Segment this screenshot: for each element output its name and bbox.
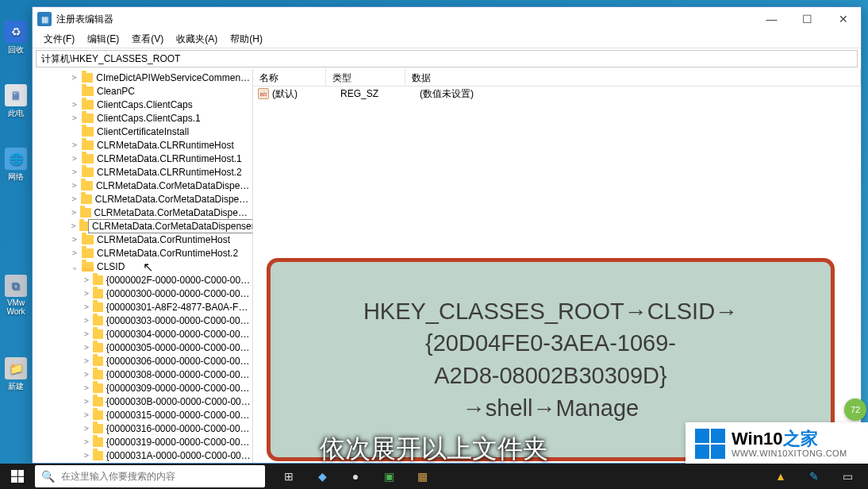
tree-item[interactable]: >ClientCaps.ClientCaps	[34, 98, 252, 111]
folder-icon	[93, 356, 103, 366]
tree-item[interactable]: >{00000305-0000-0000-C000-000000000	[34, 341, 252, 354]
tree-item[interactable]: >{00000306-0000-0000-C000-000000000	[34, 354, 252, 368]
tree-item-label: {00000309-0000-0000-C000-000000000	[106, 383, 252, 394]
tree-item[interactable]: >CLRMetaData.CorRuntimeHost.2	[34, 246, 252, 260]
close-button[interactable]: ✕	[825, 7, 861, 31]
tree-item-label: CLSID	[97, 261, 125, 272]
task-view-button[interactable]: ⊞	[273, 464, 305, 489]
folder-icon	[93, 289, 103, 298]
tree-item[interactable]: >ClientCaps.ClientCaps.1	[34, 111, 252, 125]
tree-item[interactable]: >CLRMetaData.CorRuntimeHost	[34, 233, 252, 246]
expand-icon[interactable]: >	[82, 343, 91, 352]
tray-icon[interactable]: ▲	[765, 464, 797, 489]
tree-item[interactable]: >{0000002F-0000-0000-C000-000000000	[34, 273, 252, 287]
mouse-cursor: ↖	[143, 260, 153, 275]
desktop-icon-label: 回收	[8, 45, 24, 54]
expand-icon[interactable]: >	[69, 221, 78, 230]
expand-icon[interactable]: >	[69, 208, 79, 217]
desktop-icon-label: VMw Work	[6, 298, 25, 316]
desktop-icon-vmware[interactable]: ⧉VMw Work	[4, 275, 28, 316]
expand-icon[interactable]: >	[82, 275, 91, 284]
tree-item[interactable]: >{00000300-0000-0000-C000-000000000	[34, 287, 252, 300]
taskbar-search[interactable]: 🔍	[35, 465, 265, 487]
folder-icon	[93, 397, 103, 406]
tree-item[interactable]: >CLRMetaData.CorMetaDataDispenser	[34, 179, 252, 192]
tree-item-label: {00000305-0000-0000-C000-000000000	[106, 342, 252, 353]
search-input[interactable]	[61, 471, 259, 482]
expand-icon[interactable]: >	[69, 100, 80, 109]
column-type[interactable]: 类型	[326, 69, 405, 86]
tree-item[interactable]: >CLRMetaData.CorMetaDataDispenser.2	[34, 192, 252, 206]
maximize-button[interactable]: ☐	[789, 7, 825, 31]
expand-icon[interactable]: >	[82, 329, 91, 338]
tree-item[interactable]: >{00000301-A8F2-4877-BA0A-FD2B6645	[34, 300, 252, 314]
expand-icon[interactable]: >	[82, 383, 91, 392]
tree-item-label: CleanPC	[97, 86, 135, 97]
tree-item[interactable]: >{00000304-0000-0000-C000-000000000	[34, 327, 252, 341]
taskbar-app[interactable]: ◆	[306, 464, 338, 489]
menu-favorites[interactable]: 收藏夹(A)	[171, 31, 222, 48]
expand-icon[interactable]: >	[69, 235, 80, 244]
taskbar-app[interactable]: ▦	[406, 464, 438, 489]
overlay-line: A2D8-08002B30309D}	[434, 360, 666, 392]
tree-item[interactable]: >CLRMetaData.CLRRuntimeHost.2	[34, 165, 252, 179]
menu-view[interactable]: 查看(V)	[127, 31, 168, 48]
tree-item[interactable]: >CLRMetaData.CorMetaDataDispenserRuntime…	[34, 219, 252, 233]
taskbar-app[interactable]: ●	[340, 464, 371, 489]
desktop-icon-this-pc[interactable]: 🖥此电	[4, 84, 28, 119]
address-bar[interactable]: 计算机\HKEY_CLASSES_ROOT	[36, 50, 858, 67]
expand-icon[interactable]: >	[69, 181, 79, 190]
taskbar-app[interactable]: ▣	[373, 464, 405, 489]
registry-value-row[interactable]: ab (默认) REG_SZ (数值未设置)	[253, 87, 861, 101]
tree-item[interactable]: ClientCertificateInstall	[34, 125, 252, 138]
desktop-icon-newfolder[interactable]: 📁新建	[4, 357, 28, 392]
tree-item[interactable]: >{00000315-0000-0000-C000-000000000	[34, 408, 252, 422]
tree-item[interactable]: >CLRMetaData.CLRRuntimeHost.1	[34, 152, 252, 165]
tree-item[interactable]: >{00000308-0000-0000-C000-000000000	[34, 368, 252, 381]
expand-icon[interactable]: >	[82, 397, 91, 406]
tree-item[interactable]: >CLRMetaData.CLRRuntimeHost	[34, 138, 252, 152]
expand-icon[interactable]: >	[69, 114, 80, 122]
tree-item[interactable]: CleanPC	[34, 84, 252, 98]
tree-item[interactable]: >CImeDictAPIWebServiceComment.15	[34, 71, 252, 84]
tree-item[interactable]: >CLRMetaData.CorMetaDataDispenserRun	[34, 206, 252, 219]
tree-item-label: {00000315-0000-0000-C000-000000000	[106, 410, 252, 421]
expand-icon[interactable]: >	[82, 302, 91, 311]
expand-icon[interactable]: >	[69, 167, 80, 176]
menu-file[interactable]: 文件(F)	[39, 31, 79, 48]
expand-icon[interactable]: >	[69, 73, 80, 82]
overlay-line: →shell→Manage	[463, 392, 639, 425]
column-name[interactable]: 名称	[253, 69, 326, 86]
minimize-button[interactable]: —	[754, 7, 789, 31]
expand-icon[interactable]: >	[82, 289, 91, 298]
tree-item-label: ClientCertificateInstall	[97, 126, 189, 137]
tree-item[interactable]: >{00000303-0000-0000-C000-000000000	[34, 314, 252, 327]
tray-icon[interactable]: ✎	[798, 464, 830, 489]
desktop-icon-recycle[interactable]: ♻回收	[4, 21, 28, 56]
overlay-line: {20D04FE0-3AEA-1069-	[425, 327, 676, 360]
expand-icon[interactable]: >	[82, 410, 91, 419]
desktop-icon-network[interactable]: 🌐网络	[4, 148, 28, 183]
expand-icon[interactable]: >	[69, 154, 80, 163]
taskbar: 🔍 ⊞ ◆ ● ▣ ▦ ▲ ✎ ▭	[0, 464, 868, 489]
list-header: 名称 类型 数据	[253, 69, 861, 87]
tree-item[interactable]: >{00000309-0000-0000-C000-000000000	[34, 381, 252, 395]
menu-edit[interactable]: 编辑(E)	[83, 31, 124, 48]
collapse-icon[interactable]: ⌄	[69, 262, 80, 271]
tree-item-label: {00000304-0000-0000-C000-000000000	[106, 329, 252, 340]
tree-item[interactable]: >{0000030B-0000-0000-C000-000000000	[34, 395, 252, 408]
start-button[interactable]	[0, 464, 35, 489]
expand-icon[interactable]: >	[69, 194, 79, 203]
windows-icon	[11, 470, 24, 483]
menu-help[interactable]: 帮助(H)	[225, 31, 267, 48]
tray-icon[interactable]: ▭	[832, 464, 863, 489]
folder-icon	[81, 194, 92, 204]
expand-icon[interactable]: >	[69, 248, 80, 257]
expand-icon[interactable]: >	[82, 370, 91, 379]
expand-icon[interactable]: >	[69, 141, 80, 149]
progress-badge: 72	[844, 399, 866, 421]
folder-icon	[82, 248, 94, 258]
expand-icon[interactable]: >	[82, 356, 91, 365]
expand-icon[interactable]: >	[82, 316, 91, 325]
column-data[interactable]: 数据	[405, 69, 861, 86]
